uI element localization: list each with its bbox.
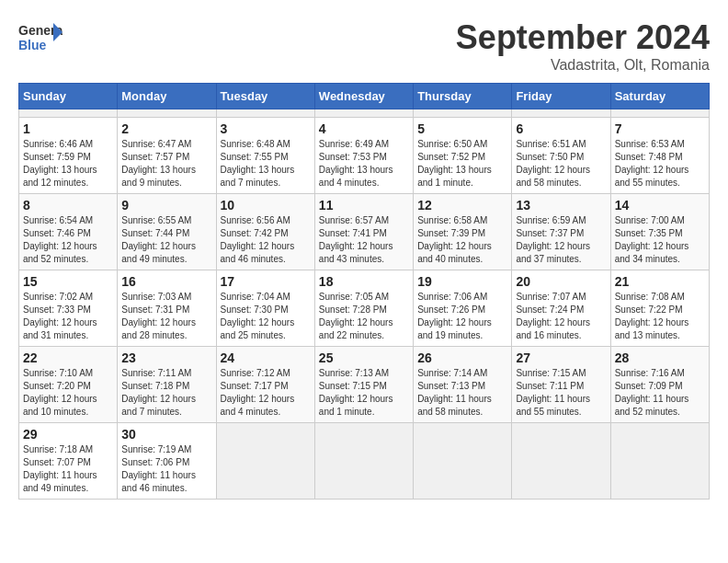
day-number: 25 (319, 350, 409, 365)
day-number: 28 (615, 350, 705, 365)
day-number: 29 (23, 427, 113, 442)
calendar-cell: 15Sunrise: 7:02 AMSunset: 7:33 PMDayligh… (19, 270, 118, 347)
day-number: 16 (121, 274, 211, 289)
day-of-week-header: Friday (512, 84, 610, 109)
calendar-cell: 25Sunrise: 7:13 AMSunset: 7:15 PMDayligh… (314, 347, 413, 423)
day-info: Sunrise: 6:49 AMSunset: 7:53 PMDaylight:… (319, 138, 409, 190)
day-info: Sunrise: 7:00 AMSunset: 7:35 PMDaylight:… (615, 214, 705, 266)
calendar-cell: 24Sunrise: 7:12 AMSunset: 7:17 PMDayligh… (216, 347, 314, 423)
day-info: Sunrise: 6:57 AMSunset: 7:41 PMDaylight:… (319, 214, 409, 266)
day-info: Sunrise: 6:56 AMSunset: 7:42 PMDaylight:… (221, 214, 311, 266)
day-info: Sunrise: 6:47 AMSunset: 7:57 PMDaylight:… (121, 138, 211, 190)
calendar-cell: 6Sunrise: 6:51 AMSunset: 7:50 PMDaylight… (512, 118, 610, 194)
day-info: Sunrise: 7:07 AMSunset: 7:24 PMDaylight:… (516, 291, 606, 342)
calendar-cell: 7Sunrise: 6:53 AMSunset: 7:48 PMDaylight… (610, 118, 709, 194)
day-number: 19 (417, 274, 507, 289)
calendar-cell (414, 423, 512, 500)
day-info: Sunrise: 6:59 AMSunset: 7:37 PMDaylight:… (516, 214, 606, 266)
calendar-cell: 16Sunrise: 7:03 AMSunset: 7:31 PMDayligh… (118, 270, 216, 347)
calendar-cell: 26Sunrise: 7:14 AMSunset: 7:13 PMDayligh… (414, 347, 512, 423)
calendar-week-row: 22Sunrise: 7:10 AMSunset: 7:20 PMDayligh… (19, 347, 710, 423)
calendar-cell: 11Sunrise: 6:57 AMSunset: 7:41 PMDayligh… (314, 194, 413, 270)
day-number: 15 (23, 274, 113, 289)
day-info: Sunrise: 7:19 AMSunset: 7:06 PMDaylight:… (121, 443, 211, 495)
day-number: 11 (319, 198, 409, 213)
calendar-cell: 8Sunrise: 6:54 AMSunset: 7:46 PMDaylight… (19, 194, 118, 270)
calendar-cell: 9Sunrise: 6:55 AMSunset: 7:44 PMDaylight… (118, 194, 216, 270)
day-info: Sunrise: 7:16 AMSunset: 7:09 PMDaylight:… (615, 367, 705, 419)
day-number: 9 (121, 198, 211, 213)
day-info: Sunrise: 7:13 AMSunset: 7:15 PMDaylight:… (319, 367, 409, 419)
day-number: 24 (221, 350, 311, 365)
calendar-cell (610, 109, 709, 118)
calendar-cell: 17Sunrise: 7:04 AMSunset: 7:30 PMDayligh… (216, 270, 314, 347)
day-number: 10 (221, 198, 311, 213)
title-block: September 2024 Vadastrita, Olt, Romania (456, 18, 710, 74)
calendar-cell (216, 423, 314, 500)
day-info: Sunrise: 6:58 AMSunset: 7:39 PMDaylight:… (417, 214, 507, 266)
calendar-cell: 18Sunrise: 7:05 AMSunset: 7:28 PMDayligh… (314, 270, 413, 347)
day-number: 4 (319, 121, 409, 136)
day-info: Sunrise: 6:55 AMSunset: 7:44 PMDaylight:… (121, 214, 211, 266)
calendar-cell: 19Sunrise: 7:06 AMSunset: 7:26 PMDayligh… (414, 270, 512, 347)
calendar-cell: 14Sunrise: 7:00 AMSunset: 7:35 PMDayligh… (610, 194, 709, 270)
location-subtitle: Vadastrita, Olt, Romania (456, 57, 710, 74)
day-info: Sunrise: 6:50 AMSunset: 7:52 PMDaylight:… (417, 138, 507, 190)
day-number: 26 (417, 350, 507, 365)
day-number: 3 (221, 121, 311, 136)
logo-icon: General Blue (18, 18, 63, 55)
day-number: 21 (615, 274, 705, 289)
day-number: 12 (417, 198, 507, 213)
calendar-cell: 20Sunrise: 7:07 AMSunset: 7:24 PMDayligh… (512, 270, 610, 347)
day-info: Sunrise: 7:18 AMSunset: 7:07 PMDaylight:… (23, 443, 113, 495)
calendar-week-row (19, 109, 710, 118)
calendar-cell (414, 109, 512, 118)
calendar-cell: 29Sunrise: 7:18 AMSunset: 7:07 PMDayligh… (19, 423, 118, 500)
logo: General Blue (18, 18, 66, 55)
calendar-cell: 23Sunrise: 7:11 AMSunset: 7:18 PMDayligh… (118, 347, 216, 423)
calendar-cell: 12Sunrise: 6:58 AMSunset: 7:39 PMDayligh… (414, 194, 512, 270)
calendar-week-row: 1Sunrise: 6:46 AMSunset: 7:59 PMDaylight… (19, 118, 710, 194)
day-info: Sunrise: 7:05 AMSunset: 7:28 PMDaylight:… (319, 291, 409, 342)
day-info: Sunrise: 7:12 AMSunset: 7:17 PMDaylight:… (221, 367, 311, 419)
calendar-cell: 1Sunrise: 6:46 AMSunset: 7:59 PMDaylight… (19, 118, 118, 194)
calendar-week-row: 15Sunrise: 7:02 AMSunset: 7:33 PMDayligh… (19, 270, 710, 347)
calendar-cell: 3Sunrise: 6:48 AMSunset: 7:55 PMDaylight… (216, 118, 314, 194)
calendar-cell: 30Sunrise: 7:19 AMSunset: 7:06 PMDayligh… (118, 423, 216, 500)
day-info: Sunrise: 7:02 AMSunset: 7:33 PMDaylight:… (23, 291, 113, 342)
month-title: September 2024 (456, 18, 710, 57)
day-of-week-header: Sunday (19, 84, 118, 109)
day-number: 30 (121, 427, 211, 442)
day-info: Sunrise: 7:11 AMSunset: 7:18 PMDaylight:… (121, 367, 211, 419)
day-number: 2 (121, 121, 211, 136)
calendar-cell: 22Sunrise: 7:10 AMSunset: 7:20 PMDayligh… (19, 347, 118, 423)
calendar-week-row: 8Sunrise: 6:54 AMSunset: 7:46 PMDaylight… (19, 194, 710, 270)
day-of-week-header: Tuesday (216, 84, 314, 109)
day-number: 17 (221, 274, 311, 289)
day-info: Sunrise: 6:53 AMSunset: 7:48 PMDaylight:… (615, 138, 705, 190)
calendar-table: SundayMondayTuesdayWednesdayThursdayFrid… (18, 83, 710, 500)
calendar-cell: 10Sunrise: 6:56 AMSunset: 7:42 PMDayligh… (216, 194, 314, 270)
day-of-week-header: Wednesday (314, 84, 413, 109)
day-number: 22 (23, 350, 113, 365)
calendar-cell: 21Sunrise: 7:08 AMSunset: 7:22 PMDayligh… (610, 270, 709, 347)
calendar-cell: 13Sunrise: 6:59 AMSunset: 7:37 PMDayligh… (512, 194, 610, 270)
day-number: 23 (121, 350, 211, 365)
day-info: Sunrise: 6:48 AMSunset: 7:55 PMDaylight:… (221, 138, 311, 190)
calendar-cell: 5Sunrise: 6:50 AMSunset: 7:52 PMDaylight… (414, 118, 512, 194)
day-info: Sunrise: 7:10 AMSunset: 7:20 PMDaylight:… (23, 367, 113, 419)
day-number: 14 (615, 198, 705, 213)
calendar-cell: 4Sunrise: 6:49 AMSunset: 7:53 PMDaylight… (314, 118, 413, 194)
svg-text:Blue: Blue (18, 38, 47, 52)
calendar-cell (512, 109, 610, 118)
day-number: 5 (417, 121, 507, 136)
day-number: 7 (615, 121, 705, 136)
calendar-cell (314, 109, 413, 118)
calendar-cell: 2Sunrise: 6:47 AMSunset: 7:57 PMDaylight… (118, 118, 216, 194)
calendar-cell (610, 423, 709, 500)
calendar-cell (118, 109, 216, 118)
day-number: 13 (516, 198, 606, 213)
day-info: Sunrise: 7:15 AMSunset: 7:11 PMDaylight:… (516, 367, 606, 419)
calendar-week-row: 29Sunrise: 7:18 AMSunset: 7:07 PMDayligh… (19, 423, 710, 500)
day-of-week-header: Monday (118, 84, 216, 109)
